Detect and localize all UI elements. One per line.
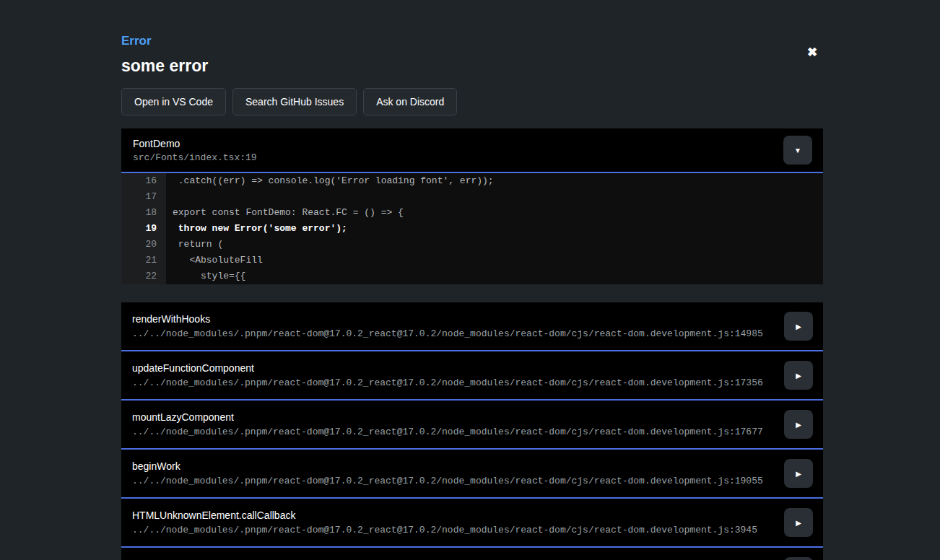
code-line: 16 .catch((err) => console.log('Error lo…: [121, 173, 823, 189]
stack-frame-text: HTMLUnknownElement.callCallback ../../no…: [132, 509, 757, 535]
collapse-code-button[interactable]: ▼: [783, 136, 812, 165]
play-right-icon: ▶: [796, 372, 801, 380]
stack-frame-path: ../../node_modules/.pnpm/react-dom@17.0.…: [132, 328, 763, 339]
line-number: 16: [121, 173, 166, 189]
stack-trace-list: renderWithHooks ../../node_modules/.pnpm…: [121, 302, 823, 560]
ask-on-discord-button[interactable]: Ask on Discord: [363, 88, 457, 115]
line-number: 18: [121, 205, 166, 221]
stack-frame-function: updateFunctionComponent: [132, 362, 763, 375]
source-file-location: src/Fonts/index.tsx:19: [133, 152, 257, 163]
line-number: 21: [121, 253, 166, 268]
code-frame-header-text: FontDemo src/Fonts/index.tsx:19: [133, 138, 257, 163]
stack-frame-path: ../../node_modules/.pnpm/react-dom@17.0.…: [132, 426, 763, 437]
stack-frame-function: renderWithHooks: [132, 313, 763, 325]
code-snippet: 16 .catch((err) => console.log('Error lo…: [121, 173, 823, 284]
code-line: 17: [121, 189, 823, 205]
code-line-text: .catch((err) => console.log('Error loadi…: [166, 173, 494, 189]
line-number: 20: [121, 237, 166, 253]
action-buttons-row: Open in VS Code Search GitHub Issues Ask…: [121, 88, 823, 115]
stack-frame-partial: ▶: [121, 548, 823, 560]
line-number: 22: [121, 268, 166, 284]
code-frame-header: FontDemo src/Fonts/index.tsx:19 ▼: [121, 128, 823, 173]
error-message-title: some error: [121, 56, 823, 75]
stack-frame-text: updateFunctionComponent ../../node_modul…: [132, 362, 763, 388]
stack-frame: mountLazyComponent ../../node_modules/.p…: [121, 401, 823, 450]
expand-frame-button[interactable]: ▶: [784, 361, 813, 390]
code-line-text: <AbsoluteFill: [166, 253, 263, 268]
code-line: 21 <AbsoluteFill: [121, 253, 823, 268]
stack-frame-function: HTMLUnknownElement.callCallback: [132, 509, 757, 522]
error-type-label: Error: [121, 35, 823, 48]
stack-frame-path: ../../node_modules/.pnpm/react-dom@17.0.…: [132, 476, 763, 486]
component-name: FontDemo: [133, 138, 257, 150]
stack-frame-function: beginWork: [132, 460, 763, 473]
code-line-text: style={{: [166, 268, 245, 284]
code-line-text: throw new Error('some error');: [166, 221, 347, 237]
stack-frame-function: mountLazyComponent: [132, 411, 763, 424]
code-line-text: export const FontDemo: React.FC = () => …: [166, 205, 404, 221]
line-number: 17: [121, 189, 166, 205]
stack-frame-path: ../../node_modules/.pnpm/react-dom@17.0.…: [132, 377, 763, 388]
stack-frame: beginWork ../../node_modules/.pnpm/react…: [121, 450, 823, 499]
code-line: 22 style={{: [121, 268, 823, 284]
stack-frame-text: beginWork ../../node_modules/.pnpm/react…: [132, 460, 763, 486]
stack-frame-text: mountLazyComponent ../../node_modules/.p…: [132, 411, 763, 437]
code-line-text: [166, 189, 173, 205]
play-right-icon: ▶: [796, 323, 801, 331]
source-code-frame: FontDemo src/Fonts/index.tsx:19 ▼ 16 .ca…: [121, 128, 823, 284]
expand-frame-button[interactable]: ▶: [784, 312, 813, 341]
error-overlay-content: Error some error Open in VS Code Search …: [121, 0, 823, 560]
play-right-icon: ▶: [796, 519, 801, 527]
code-line-text: return (: [166, 237, 223, 253]
stack-frame-path: ../../node_modules/.pnpm/react-dom@17.0.…: [132, 525, 757, 535]
stack-frame-text: renderWithHooks ../../node_modules/.pnpm…: [132, 313, 763, 339]
stack-frame: renderWithHooks ../../node_modules/.pnpm…: [121, 302, 823, 351]
open-in-vscode-button[interactable]: Open in VS Code: [121, 88, 226, 115]
expand-frame-button[interactable]: ▶: [784, 557, 813, 560]
stack-frame: HTMLUnknownElement.callCallback ../../no…: [121, 499, 823, 548]
play-right-icon: ▶: [796, 421, 801, 429]
code-line: 20 return (: [121, 237, 823, 253]
play-right-icon: ▶: [796, 470, 801, 478]
line-number: 19: [121, 221, 166, 237]
stack-frame: updateFunctionComponent ../../node_modul…: [121, 351, 823, 401]
code-line-highlighted: 19 throw new Error('some error');: [121, 221, 823, 237]
expand-frame-button[interactable]: ▶: [784, 459, 813, 488]
expand-frame-button[interactable]: ▶: [784, 410, 813, 439]
code-line: 18 export const FontDemo: React.FC = () …: [121, 205, 823, 221]
expand-frame-button[interactable]: ▶: [784, 508, 813, 537]
search-github-issues-button[interactable]: Search GitHub Issues: [232, 88, 357, 115]
chevron-down-icon: ▼: [794, 146, 801, 154]
error-overlay-page: { "colors": { "accent-blue": "#4da0f5", …: [0, 0, 940, 560]
